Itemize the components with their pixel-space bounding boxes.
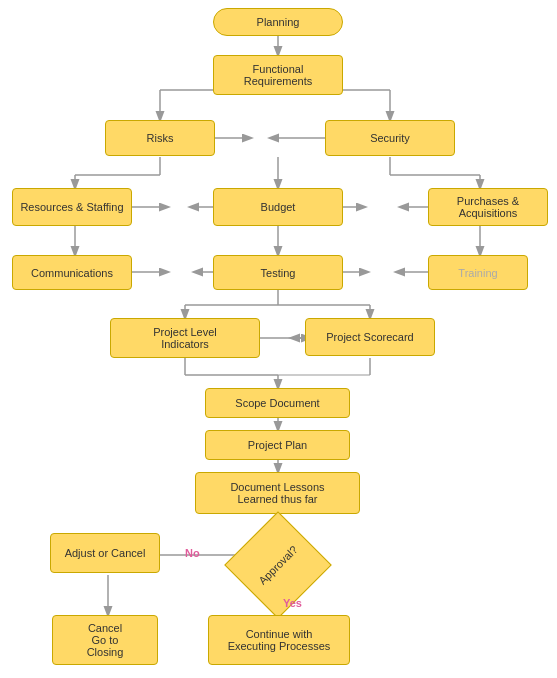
resources-staffing-node[interactable]: Resources & Staffing	[12, 188, 132, 226]
functional-requirements-node[interactable]: Functional Requirements	[213, 55, 343, 95]
no-label: No	[185, 547, 200, 559]
budget-node[interactable]: Budget	[213, 188, 343, 226]
project-scorecard-node[interactable]: Project Scorecard	[305, 318, 435, 356]
scope-document-node[interactable]: Scope Document	[205, 388, 350, 418]
risks-node[interactable]: Risks	[105, 120, 215, 156]
flowchart: Planning Functional Requirements Risks S…	[0, 0, 557, 678]
security-node[interactable]: Security	[325, 120, 455, 156]
adjust-cancel-node[interactable]: Adjust or Cancel	[50, 533, 160, 573]
continue-executing-node[interactable]: Continue with Executing Processes	[208, 615, 350, 665]
communications-node[interactable]: Communications	[12, 255, 132, 290]
testing-node[interactable]: Testing	[213, 255, 343, 290]
training-node[interactable]: Training	[428, 255, 528, 290]
cancel-closing-node[interactable]: Cancel Go to Closing	[52, 615, 158, 665]
yes-label: Yes	[283, 597, 302, 609]
approval-node[interactable]: Approval?	[240, 527, 316, 603]
planning-node[interactable]: Planning	[213, 8, 343, 36]
project-plan-node[interactable]: Project Plan	[205, 430, 350, 460]
project-level-indicators-node[interactable]: Project Level Indicators	[110, 318, 260, 358]
purchases-acquisitions-node[interactable]: Purchases & Acquisitions	[428, 188, 548, 226]
document-lessons-node[interactable]: Document Lessons Learned thus far	[195, 472, 360, 514]
